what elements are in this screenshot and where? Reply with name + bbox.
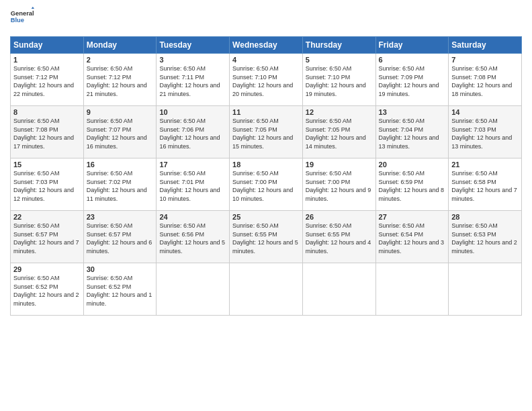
day-info: Sunrise: 6:50 AMSunset: 7:12 PMDaylight:… (87, 65, 147, 97)
calendar-cell: 27Sunrise: 6:50 AMSunset: 6:54 PMDayligh… (375, 211, 449, 263)
logo-svg: General Blue (10, 7, 34, 31)
day-info: Sunrise: 6:50 AMSunset: 6:55 PMDaylight:… (232, 222, 298, 255)
calendar-cell: 5Sunrise: 6:50 AMSunset: 7:10 PMDaylight… (302, 54, 375, 106)
calendar-cell (302, 263, 375, 316)
calendar-header-row: SundayMondayTuesdayWednesdayThursdayFrid… (11, 37, 522, 54)
day-number: 2 (87, 56, 154, 64)
day-info: Sunrise: 6:50 AMSunset: 7:11 PMDaylight:… (159, 65, 220, 97)
calendar-cell: 25Sunrise: 6:50 AMSunset: 6:55 PMDayligh… (230, 211, 303, 263)
day-info: Sunrise: 6:50 AMSunset: 7:01 PMDaylight:… (159, 170, 220, 202)
calendar-week-3: 15Sunrise: 6:50 AMSunset: 7:03 PMDayligh… (11, 158, 522, 211)
calendar-week-5: 29Sunrise: 6:50 AMSunset: 6:52 PMDayligh… (11, 263, 522, 316)
svg-text:General: General (11, 10, 34, 17)
calendar-cell: 4Sunrise: 6:50 AMSunset: 7:10 PMDaylight… (230, 54, 303, 106)
day-number: 11 (232, 108, 300, 116)
day-number: 18 (232, 161, 300, 169)
day-info: Sunrise: 6:50 AMSunset: 7:09 PMDaylight:… (379, 65, 439, 97)
day-info: Sunrise: 6:50 AMSunset: 7:05 PMDaylight:… (306, 118, 366, 150)
day-info: Sunrise: 6:50 AMSunset: 6:53 PMDaylight:… (451, 222, 517, 255)
day-info: Sunrise: 6:50 AMSunset: 7:05 PMDaylight:… (232, 118, 293, 150)
svg-marker-2 (32, 7, 34, 9)
day-number: 8 (13, 108, 81, 116)
calendar-cell: 9Sunrise: 6:50 AMSunset: 7:07 PMDaylight… (83, 106, 157, 158)
calendar-week-1: 1Sunrise: 6:50 AMSunset: 7:12 PMDaylight… (11, 54, 522, 106)
calendar-cell: 21Sunrise: 6:50 AMSunset: 6:58 PMDayligh… (449, 158, 522, 211)
calendar-cell: 8Sunrise: 6:50 AMSunset: 7:08 PMDaylight… (11, 106, 84, 158)
day-number: 30 (87, 265, 154, 273)
day-info: Sunrise: 6:50 AMSunset: 7:00 PMDaylight:… (306, 170, 371, 202)
day-info: Sunrise: 6:50 AMSunset: 7:03 PMDaylight:… (451, 118, 512, 150)
day-number: 3 (159, 56, 226, 64)
day-number: 7 (451, 56, 519, 64)
day-info: Sunrise: 6:50 AMSunset: 7:10 PMDaylight:… (306, 65, 366, 97)
calendar-cell (449, 263, 522, 316)
day-info: Sunrise: 6:50 AMSunset: 7:07 PMDaylight:… (87, 118, 147, 150)
calendar-cell: 13Sunrise: 6:50 AMSunset: 7:04 PMDayligh… (375, 106, 449, 158)
day-number: 10 (159, 108, 226, 116)
day-number: 20 (379, 161, 446, 169)
day-number: 9 (87, 108, 154, 116)
day-info: Sunrise: 6:50 AMSunset: 7:04 PMDaylight:… (379, 118, 439, 150)
calendar-cell: 12Sunrise: 6:50 AMSunset: 7:05 PMDayligh… (302, 106, 375, 158)
day-info: Sunrise: 6:50 AMSunset: 6:57 PMDaylight:… (87, 222, 152, 255)
calendar-cell: 17Sunrise: 6:50 AMSunset: 7:01 PMDayligh… (157, 158, 230, 211)
day-number: 5 (306, 56, 373, 64)
header-day-monday: Monday (83, 37, 157, 54)
day-number: 6 (379, 56, 446, 64)
day-number: 13 (379, 108, 446, 116)
calendar-cell: 24Sunrise: 6:50 AMSunset: 6:56 PMDayligh… (157, 211, 230, 263)
header-day-sunday: Sunday (11, 37, 84, 54)
day-info: Sunrise: 6:50 AMSunset: 6:57 PMDaylight:… (13, 222, 79, 255)
calendar-week-4: 22Sunrise: 6:50 AMSunset: 6:57 PMDayligh… (11, 211, 522, 263)
day-info: Sunrise: 6:50 AMSunset: 6:56 PMDaylight:… (159, 222, 225, 255)
day-number: 12 (306, 108, 373, 116)
header-day-saturday: Saturday (449, 37, 522, 54)
calendar-cell: 11Sunrise: 6:50 AMSunset: 7:05 PMDayligh… (230, 106, 303, 158)
calendar-cell: 26Sunrise: 6:50 AMSunset: 6:55 PMDayligh… (302, 211, 375, 263)
header-day-tuesday: Tuesday (157, 37, 230, 54)
day-number: 21 (451, 161, 519, 169)
day-number: 27 (379, 213, 446, 221)
day-info: Sunrise: 6:50 AMSunset: 6:52 PMDaylight:… (87, 275, 152, 307)
calendar-cell: 23Sunrise: 6:50 AMSunset: 6:57 PMDayligh… (83, 211, 157, 263)
day-number: 29 (13, 265, 81, 273)
day-info: Sunrise: 6:50 AMSunset: 7:08 PMDaylight:… (13, 118, 74, 150)
calendar-cell (375, 263, 449, 316)
page-container: General Blue SundayMondayTuesdayWednesda… (0, 0, 532, 322)
header: General Blue (10, 7, 522, 31)
day-info: Sunrise: 6:50 AMSunset: 7:12 PMDaylight:… (13, 65, 74, 97)
calendar-cell: 14Sunrise: 6:50 AMSunset: 7:03 PMDayligh… (449, 106, 522, 158)
calendar-cell: 10Sunrise: 6:50 AMSunset: 7:06 PMDayligh… (157, 106, 230, 158)
day-info: Sunrise: 6:50 AMSunset: 7:00 PMDaylight:… (232, 170, 293, 202)
day-number: 1 (13, 56, 81, 64)
day-info: Sunrise: 6:50 AMSunset: 6:59 PMDaylight:… (379, 170, 445, 202)
day-number: 24 (159, 213, 226, 221)
day-info: Sunrise: 6:50 AMSunset: 7:02 PMDaylight:… (87, 170, 147, 202)
svg-text:Blue: Blue (11, 17, 24, 24)
calendar-cell: 6Sunrise: 6:50 AMSunset: 7:09 PMDaylight… (375, 54, 449, 106)
calendar-cell: 7Sunrise: 6:50 AMSunset: 7:08 PMDaylight… (449, 54, 522, 106)
calendar-cell: 18Sunrise: 6:50 AMSunset: 7:00 PMDayligh… (230, 158, 303, 211)
calendar-cell: 28Sunrise: 6:50 AMSunset: 6:53 PMDayligh… (449, 211, 522, 263)
day-number: 19 (306, 161, 373, 169)
calendar-cell: 3Sunrise: 6:50 AMSunset: 7:11 PMDaylight… (157, 54, 230, 106)
calendar-cell: 30Sunrise: 6:50 AMSunset: 6:52 PMDayligh… (83, 263, 157, 316)
calendar-cell: 15Sunrise: 6:50 AMSunset: 7:03 PMDayligh… (11, 158, 84, 211)
day-info: Sunrise: 6:50 AMSunset: 6:55 PMDaylight:… (306, 222, 371, 255)
day-info: Sunrise: 6:50 AMSunset: 6:54 PMDaylight:… (379, 222, 445, 255)
header-day-friday: Friday (375, 37, 449, 54)
day-number: 14 (451, 108, 519, 116)
day-info: Sunrise: 6:50 AMSunset: 7:06 PMDaylight:… (159, 118, 220, 150)
day-number: 17 (159, 161, 226, 169)
calendar-cell: 1Sunrise: 6:50 AMSunset: 7:12 PMDaylight… (11, 54, 84, 106)
day-number: 28 (451, 213, 519, 221)
calendar-cell: 2Sunrise: 6:50 AMSunset: 7:12 PMDaylight… (83, 54, 157, 106)
logo: General Blue (10, 7, 34, 31)
header-day-wednesday: Wednesday (230, 37, 303, 54)
day-number: 15 (13, 161, 81, 169)
calendar-week-2: 8Sunrise: 6:50 AMSunset: 7:08 PMDaylight… (11, 106, 522, 158)
calendar-cell (230, 263, 303, 316)
calendar-cell: 20Sunrise: 6:50 AMSunset: 6:59 PMDayligh… (375, 158, 449, 211)
day-info: Sunrise: 6:50 AMSunset: 7:03 PMDaylight:… (13, 170, 74, 202)
day-info: Sunrise: 6:50 AMSunset: 6:52 PMDaylight:… (13, 275, 79, 307)
